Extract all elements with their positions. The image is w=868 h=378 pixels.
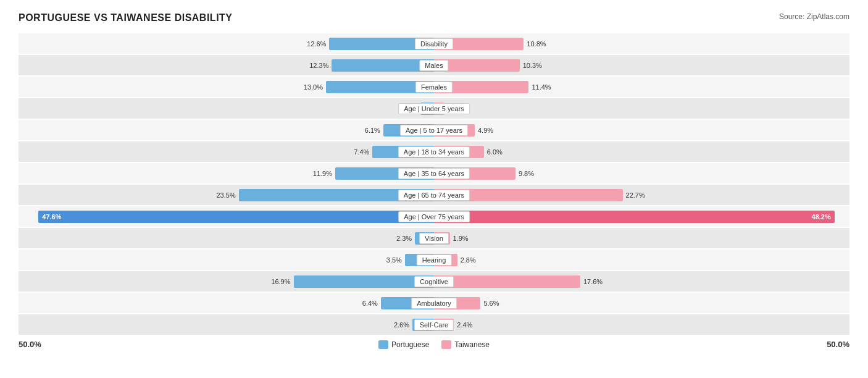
- bar-row: 2.3%Vision1.9%: [19, 228, 849, 248]
- bar-center-label: Disability: [415, 38, 453, 49]
- chart-title: PORTUGUESE VS TAIWANESE DISABILITY: [19, 12, 233, 23]
- bar-left-value: 6.4%: [356, 300, 378, 307]
- bar-row: 2.6%Self-Care2.4%: [19, 314, 849, 335]
- bar-row: 6.4%Ambulatory5.6%: [19, 293, 849, 313]
- bar-center-label: Age | 18 to 34 years: [398, 146, 470, 158]
- bar-left-value: 12.3%: [307, 62, 328, 69]
- bar-left-value: 13.0%: [301, 83, 323, 91]
- bar-center-label: Males: [419, 60, 448, 71]
- bar-right-value: 10.8%: [527, 40, 548, 48]
- bar-row: 6.1%Age | 5 to 17 years4.9%: [19, 120, 849, 140]
- bar-right-value: 5.6%: [483, 300, 505, 307]
- bar-left-value: 2.3%: [390, 235, 412, 242]
- bar-row: 23.5%Age | 65 to 74 years22.7%: [19, 185, 849, 205]
- bar-right-value: 9.8%: [519, 170, 540, 177]
- chart-header: PORTUGUESE VS TAIWANESE DISABILITY Sourc…: [19, 12, 849, 23]
- bar-left-value: 11.9%: [311, 170, 332, 177]
- bar-center-label: Age | 65 to 74 years: [398, 190, 470, 201]
- footer-right-label: 50.0%: [490, 340, 849, 349]
- bar-right-value: 6.0%: [487, 148, 509, 156]
- bar-row: 16.9%Cognitive17.6%: [19, 271, 849, 292]
- bar-right-value: 10.3%: [523, 62, 545, 69]
- bar-row: 3.5%Hearing2.8%: [19, 250, 849, 270]
- bar-center-label: Age | 35 to 64 years: [398, 168, 470, 179]
- bar-row: 1.6%Age | Under 5 years1.3%: [19, 98, 849, 119]
- bar-right-value: 17.6%: [583, 278, 605, 285]
- bar-left-value: 23.5%: [214, 191, 236, 199]
- bar-left-value: 3.5%: [380, 256, 402, 264]
- legend-color-box: [378, 340, 388, 349]
- bar-left-value: 7.4%: [348, 148, 369, 156]
- bar-right-value: 11.4%: [532, 83, 553, 91]
- bar-right-value: 4.9%: [478, 127, 499, 134]
- bar-right-value: 2.8%: [461, 256, 482, 264]
- legend-item: Taiwanese: [441, 340, 490, 349]
- bar-center-label: Age | Over 75 years: [398, 211, 470, 222]
- bar-row: 7.4%Age | 18 to 34 years6.0%: [19, 141, 849, 162]
- bar-center-label: Age | 5 to 17 years: [400, 125, 468, 136]
- chart-legend: PortugueseTaiwanese: [378, 340, 490, 349]
- bar-left-value: 6.1%: [359, 127, 380, 134]
- bar-left-value: 2.6%: [388, 321, 409, 329]
- chart-footer: 50.0% PortugueseTaiwanese 50.0%: [19, 340, 849, 349]
- bar-left-value: 12.6%: [304, 40, 326, 48]
- bar-left-value: 16.9%: [269, 278, 291, 285]
- bar-row: 12.3%Males10.3%: [19, 55, 849, 75]
- chart-source: Source: ZipAtlas.com: [779, 12, 849, 21]
- bar-right-value: 22.7%: [626, 191, 648, 199]
- chart-area: 12.6%Disability10.8%12.3%Males10.3%13.0%…: [19, 33, 849, 335]
- bar-row: 13.0%Females11.4%: [19, 77, 849, 97]
- bar-row: 11.9%Age | 35 to 64 years9.8%: [19, 163, 849, 183]
- bar-center-label: Vision: [419, 233, 449, 244]
- chart-container: PORTUGUESE VS TAIWANESE DISABILITY Sourc…: [0, 0, 868, 368]
- footer-left-label: 50.0%: [19, 340, 378, 349]
- legend-label: Portuguese: [391, 340, 429, 349]
- legend-label: Taiwanese: [454, 340, 490, 349]
- bar-center-label: Hearing: [417, 254, 452, 266]
- bar-center-label: Cognitive: [414, 276, 454, 287]
- bar-center-label: Females: [415, 82, 453, 93]
- bar-right-value: 1.9%: [453, 235, 475, 242]
- bar-row: 47.6%Age | Over 75 years48.2%: [19, 206, 849, 227]
- bar-center-label: Self-Care: [414, 319, 454, 330]
- bar-center-label: Age | Under 5 years: [398, 103, 470, 114]
- legend-color-box: [441, 340, 451, 349]
- bar-center-label: Ambulatory: [411, 298, 457, 309]
- bar-right-value: 2.4%: [457, 321, 478, 329]
- bar-row: 12.6%Disability10.8%: [19, 33, 849, 54]
- legend-item: Portuguese: [378, 340, 429, 349]
